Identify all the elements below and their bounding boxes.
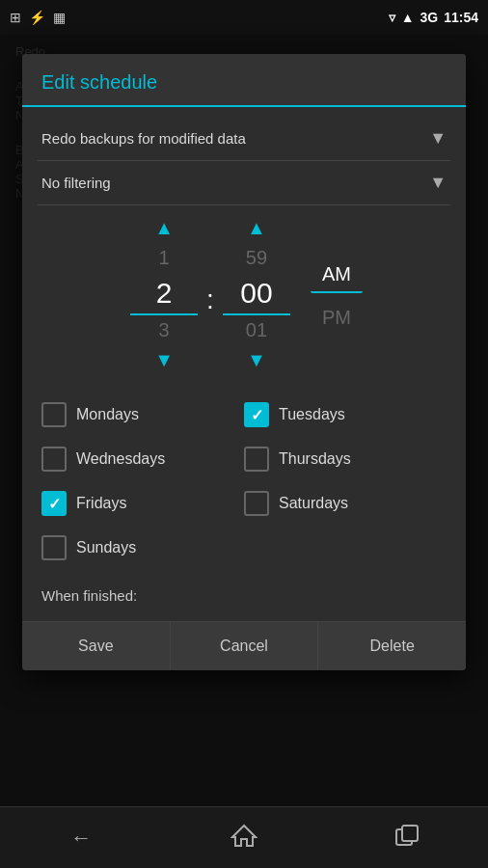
hour-prev: 1 bbox=[159, 243, 170, 273]
home-button[interactable] bbox=[220, 819, 268, 857]
hour-up-button[interactable]: ▲ bbox=[139, 213, 189, 243]
mondays-label: Mondays bbox=[76, 406, 139, 423]
wednesdays-label: Wednesdays bbox=[76, 450, 165, 468]
saturdays-checkbox[interactable] bbox=[244, 491, 269, 516]
hour-column: ▲ 1 2 3 ▼ bbox=[125, 213, 203, 375]
home-icon bbox=[230, 824, 258, 853]
days-row-1: Mondays Tuesdays bbox=[41, 394, 447, 435]
dialog-buttons: Save Cancel Delete bbox=[22, 621, 466, 670]
hour-current[interactable]: 2 bbox=[130, 273, 198, 315]
cancel-button[interactable]: Cancel bbox=[171, 622, 319, 670]
dialog-title: Edit schedule bbox=[41, 71, 447, 94]
filter-option-arrow: ▼ bbox=[429, 173, 447, 193]
app-icon: ⊞ bbox=[10, 10, 21, 25]
hour-next: 3 bbox=[159, 315, 170, 345]
minute-up-button[interactable]: ▲ bbox=[231, 213, 282, 243]
when-finished-label: When finished: bbox=[38, 580, 450, 608]
sd-icon: ▦ bbox=[53, 10, 66, 25]
status-right-icons: ▿ ▲ 3G 11:54 bbox=[389, 10, 478, 25]
days-row-4: Sundays bbox=[41, 528, 447, 568]
minute-column: ▲ 59 00 01 ▼ bbox=[218, 213, 295, 375]
status-bar: ⊞ ⚡ ▦ ▿ ▲ 3G 11:54 bbox=[0, 0, 488, 35]
dialog-body: Redo backups for modified data ▼ No filt… bbox=[22, 107, 466, 617]
usb-icon: ⚡ bbox=[29, 10, 45, 25]
days-grid: Mondays Tuesdays Wednesdays Thu bbox=[38, 387, 450, 580]
backup-option-label: Redo backups for modified data bbox=[41, 130, 246, 147]
fridays-label: Fridays bbox=[76, 495, 126, 512]
edit-schedule-dialog: Edit schedule Redo backups for modified … bbox=[22, 54, 466, 670]
ampm-column: AM PM bbox=[311, 258, 363, 335]
thursdays-item[interactable]: Thursdays bbox=[244, 439, 447, 479]
backup-option-row[interactable]: Redo backups for modified data ▼ bbox=[38, 117, 450, 161]
svg-rect-2 bbox=[402, 826, 418, 841]
bottom-nav: ← bbox=[0, 806, 488, 868]
fridays-item[interactable]: Fridays bbox=[41, 483, 244, 524]
sundays-item[interactable]: Sundays bbox=[41, 528, 244, 568]
saturdays-item[interactable]: Saturdays bbox=[244, 483, 447, 524]
network-type: 3G bbox=[420, 10, 439, 25]
minute-current[interactable]: 00 bbox=[223, 273, 290, 315]
minute-prev: 59 bbox=[246, 243, 267, 273]
wednesdays-item[interactable]: Wednesdays bbox=[41, 439, 244, 479]
minute-next: 01 bbox=[246, 315, 267, 345]
wifi-icon: ▿ bbox=[389, 10, 395, 25]
filter-option-label: No filtering bbox=[41, 175, 111, 191]
thursdays-label: Thursdays bbox=[279, 450, 351, 468]
dialog-header: Edit schedule bbox=[22, 54, 466, 107]
status-left-icons: ⊞ ⚡ ▦ bbox=[10, 10, 66, 25]
recents-icon bbox=[394, 824, 420, 853]
hour-down-button[interactable]: ▼ bbox=[139, 345, 189, 375]
dialog-overlay: Edit schedule Redo backups for modified … bbox=[0, 35, 488, 806]
signal-icon: ▲ bbox=[401, 10, 415, 25]
tuesdays-item[interactable]: Tuesdays bbox=[244, 394, 447, 435]
delete-button[interactable]: Delete bbox=[318, 622, 466, 670]
time-separator: : bbox=[203, 285, 218, 315]
tuesdays-checkbox[interactable] bbox=[244, 402, 269, 427]
back-button[interactable]: ← bbox=[57, 819, 105, 857]
tuesdays-label: Tuesdays bbox=[279, 406, 345, 423]
pm-option[interactable]: PM bbox=[311, 301, 363, 335]
mondays-checkbox[interactable] bbox=[41, 402, 67, 427]
saturdays-label: Saturdays bbox=[279, 495, 348, 512]
recents-button[interactable] bbox=[383, 819, 431, 857]
sundays-checkbox[interactable] bbox=[41, 535, 67, 560]
thursdays-checkbox[interactable] bbox=[244, 447, 269, 472]
mondays-item[interactable]: Mondays bbox=[41, 394, 244, 435]
time-picker: ▲ 1 2 3 ▼ : ▲ 59 00 01 ▼ AM bbox=[38, 205, 450, 387]
wednesdays-checkbox[interactable] bbox=[41, 447, 67, 472]
days-row-2: Wednesdays Thursdays bbox=[41, 439, 447, 479]
am-option[interactable]: AM bbox=[311, 258, 363, 293]
back-icon: ← bbox=[70, 826, 92, 851]
fridays-checkbox[interactable] bbox=[41, 491, 67, 516]
backup-option-arrow: ▼ bbox=[429, 128, 447, 149]
minute-down-button[interactable]: ▼ bbox=[231, 345, 282, 375]
svg-marker-0 bbox=[232, 826, 256, 846]
days-row-3: Fridays Saturdays bbox=[41, 483, 447, 524]
clock: 11:54 bbox=[444, 10, 478, 25]
filter-option-row[interactable]: No filtering ▼ bbox=[38, 161, 450, 205]
sundays-label: Sundays bbox=[76, 539, 136, 556]
save-button[interactable]: Save bbox=[22, 622, 171, 670]
